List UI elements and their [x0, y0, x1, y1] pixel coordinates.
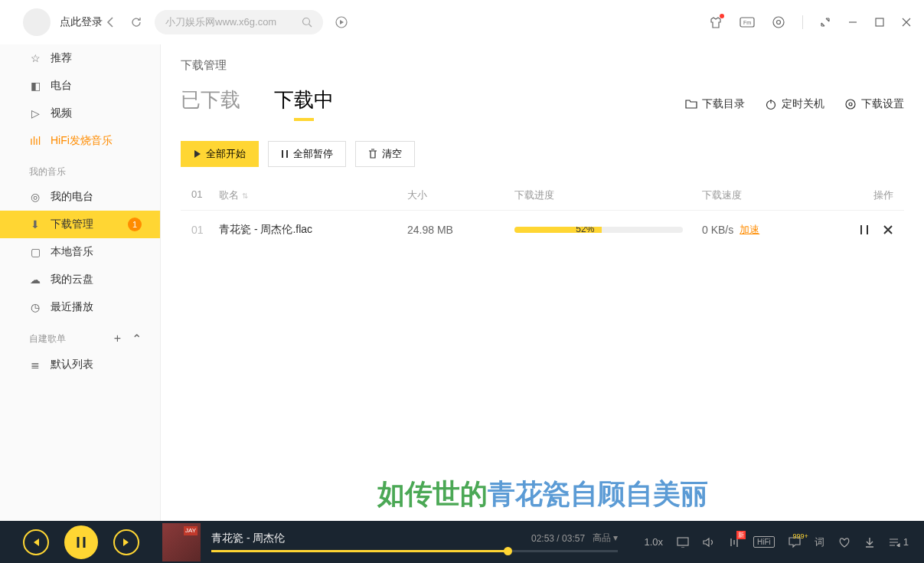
pause-icon: [281, 149, 289, 159]
avatar[interactable]: [23, 8, 51, 36]
col-index: 01: [191, 188, 219, 202]
download-settings-button[interactable]: 下载设置: [844, 97, 904, 111]
tab-downloaded[interactable]: 已下载: [181, 87, 240, 121]
sidebar-item-radio[interactable]: ◧电台: [0, 72, 160, 100]
progress-bar[interactable]: [211, 550, 618, 552]
close-button[interactable]: [901, 17, 912, 28]
sidebar: ☆推荐 ◧电台 ▷视频 ılılHiFi发烧音乐 我的音乐 ◎我的电台 ⬇下载管…: [0, 44, 161, 521]
play-pause-button[interactable]: [64, 525, 98, 559]
back-button[interactable]: [103, 15, 118, 30]
skin-icon[interactable]: [709, 15, 723, 29]
svg-text:Fm: Fm: [743, 20, 751, 25]
table-header: 01 歌名⇅ 大小 下载进度 下载速度 操作: [181, 181, 904, 211]
download-track-icon[interactable]: [864, 537, 875, 548]
sort-icon: ⇅: [242, 191, 248, 200]
search-icon: [302, 17, 312, 28]
track-info: 青花瓷 - 周杰伦 02:53 / 03:57 高品 ▾: [211, 532, 618, 552]
row-pause-button[interactable]: [860, 224, 869, 235]
clock-icon: ◷: [29, 301, 41, 313]
row-progress: 52%: [514, 227, 702, 233]
gear-icon: [844, 98, 857, 110]
row-size: 24.98 MB: [407, 224, 514, 236]
svg-point-0: [303, 18, 310, 25]
time-elapsed: 02:53 / 03:57: [531, 533, 585, 544]
play-icon: [194, 149, 201, 159]
table-row[interactable]: 01 青花瓷 - 周杰伦.flac 24.98 MB 52% 0 KB/s加速: [181, 211, 904, 249]
page-title: 下载管理: [181, 58, 904, 73]
comments-icon[interactable]: 999+: [789, 537, 801, 548]
col-speed: 下载速度: [702, 188, 832, 202]
favorite-icon[interactable]: [838, 537, 851, 548]
start-all-button[interactable]: 全部开始: [181, 141, 259, 167]
sidebar-item-recent[interactable]: ◷最近播放: [0, 293, 160, 321]
hifi-button[interactable]: HiFi: [753, 536, 775, 548]
volume-icon[interactable]: [703, 537, 715, 548]
broadcast-icon: ◎: [29, 191, 41, 203]
star-icon: ☆: [29, 52, 41, 64]
accelerate-link[interactable]: 加速: [740, 223, 759, 237]
add-playlist-icon[interactable]: +: [114, 332, 121, 346]
sidebar-section-my-music: 我的音乐: [0, 155, 160, 183]
desktop-lyrics-icon[interactable]: [677, 537, 689, 548]
refresh-button[interactable]: [129, 15, 144, 30]
col-progress: 下载进度: [514, 188, 702, 202]
minimize-button[interactable]: [847, 17, 858, 28]
svg-point-5: [777, 21, 781, 25]
sidebar-item-download[interactable]: ⬇下载管理1: [0, 211, 160, 238]
speed-button[interactable]: 1.0x: [644, 536, 663, 548]
svg-point-8: [846, 100, 855, 109]
row-delete-button[interactable]: [883, 224, 893, 235]
maximize-button[interactable]: [875, 18, 884, 27]
mini-icon[interactable]: [820, 17, 831, 28]
toolbar: 全部开始 全部暂停 清空: [181, 141, 904, 167]
hifi-icon: ılıl: [29, 135, 41, 147]
download-icon: ⬇: [29, 218, 41, 231]
album-art[interactable]: JAY: [162, 523, 201, 561]
shutdown-timer-button[interactable]: 定时关机: [765, 97, 824, 111]
tab-downloading[interactable]: 下载中: [274, 87, 334, 121]
search-input[interactable]: 小刀娱乐网www.x6g.com: [155, 10, 323, 34]
quality-button[interactable]: 高品 ▾: [593, 532, 618, 545]
sidebar-item-local[interactable]: ▢本地音乐: [0, 238, 160, 266]
sidebar-item-my-radio[interactable]: ◎我的电台: [0, 183, 160, 211]
col-name[interactable]: 歌名⇅: [219, 188, 407, 202]
effects-icon[interactable]: 新: [729, 537, 740, 548]
sidebar-section-playlist: 自建歌单+⌃: [0, 321, 160, 351]
titlebar: 点此登录 小刀娱乐网www.x6g.com Fm: [0, 0, 924, 44]
sidebar-item-video[interactable]: ▷视频: [0, 100, 160, 127]
lyrics-overlay: 如传世的青花瓷自顾自美丽: [377, 476, 708, 513]
player-bar: JAY 青花瓷 - 周杰伦 02:53 / 03:57 高品 ▾ 1.0x 新 …: [0, 521, 924, 563]
pause-all-button[interactable]: 全部暂停: [268, 141, 346, 167]
row-name: 青花瓷 - 周杰伦.flac: [219, 223, 407, 237]
cloud-icon: ☁: [29, 273, 41, 286]
fm-icon[interactable]: Fm: [740, 16, 755, 28]
col-size: 大小: [407, 188, 514, 202]
sidebar-item-hifi[interactable]: ılılHiFi发烧音乐: [0, 127, 160, 155]
sidebar-item-cloud[interactable]: ☁我的云盘: [0, 266, 160, 293]
clear-button[interactable]: 清空: [355, 141, 415, 167]
next-track-button[interactable]: [113, 529, 139, 555]
playlist-queue-icon[interactable]: 1: [889, 536, 909, 548]
listen-icon[interactable]: [334, 15, 349, 30]
row-index: 01: [191, 224, 219, 236]
video-icon: ▷: [29, 107, 41, 119]
main-content: 下载管理 已下载 下载中 下载目录 定时关机 下载设置 全部开始 全部暂停 清空…: [161, 44, 924, 521]
collapse-icon[interactable]: ⌃: [132, 332, 142, 346]
login-link[interactable]: 点此登录: [60, 15, 103, 29]
sidebar-item-default-list[interactable]: ≣默认列表: [0, 351, 160, 378]
radio-icon: ◧: [29, 80, 41, 92]
download-table: 01 歌名⇅ 大小 下载进度 下载速度 操作 01 青花瓷 - 周杰伦.flac…: [181, 181, 904, 249]
folder-icon: [685, 99, 697, 110]
lyrics-icon[interactable]: 词: [815, 535, 824, 549]
power-icon: [765, 98, 777, 110]
gear-icon[interactable]: [772, 15, 785, 29]
search-placeholder: 小刀娱乐网www.x6g.com: [165, 15, 302, 29]
prev-track-button[interactable]: [23, 529, 49, 555]
download-badge: 1: [128, 218, 142, 231]
list-icon: ≣: [29, 358, 41, 371]
col-ops: 操作: [832, 188, 893, 202]
row-speed: 0 KB/s加速: [702, 223, 832, 237]
download-dir-button[interactable]: 下载目录: [685, 97, 745, 111]
monitor-icon: ▢: [29, 246, 41, 258]
sidebar-item-recommend[interactable]: ☆推荐: [0, 44, 160, 72]
